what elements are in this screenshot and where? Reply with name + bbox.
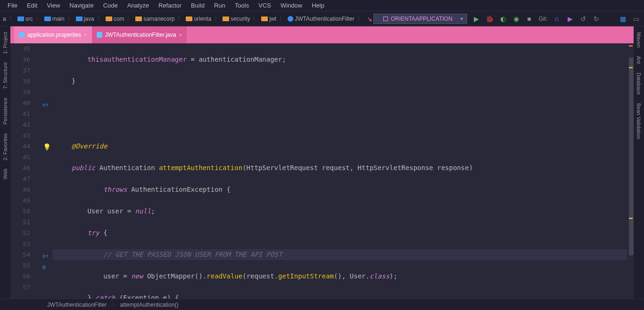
toolbar-actions: ORIENTAAPPLICATION ▶ 🐞 ◐ ◉ ■ Git: ⎌ ▶ ↺ … [373, 14, 644, 24]
menu-file[interactable]: File [4, 1, 21, 10]
git-history-icon[interactable]: ↺ [579, 15, 587, 23]
comment: // GET THE PASSED JSON USER FROM THE API… [103, 251, 282, 258]
menu-analyze[interactable]: Analyze [124, 1, 153, 10]
profile-icon[interactable]: ◉ [512, 15, 520, 23]
bc-src[interactable]: src [17, 16, 33, 22]
git-revert-icon[interactable]: ↻ [593, 15, 600, 23]
override-icon[interactable]: o↑ [42, 99, 49, 110]
git-branch-icon[interactable]: ⎌ [553, 15, 561, 23]
menu-navigate[interactable]: Navigate [66, 1, 97, 10]
statusbar: JWTAuthenticationFilter 〉 attemptAuthent… [0, 299, 644, 310]
warning-marker[interactable] [629, 45, 633, 47]
tool-favorites[interactable]: 2: Favorites [1, 131, 9, 163]
folder-icon [135, 16, 142, 21]
tool-project[interactable]: 1: Project [1, 29, 9, 57]
monitor-icon[interactable]: ▭ [632, 15, 640, 23]
right-tool-strip: Maven Ant Database Bean Validation [634, 26, 644, 299]
code-area[interactable]: thisauthenticationManager = authenticati… [53, 43, 627, 299]
menu-code[interactable]: Code [99, 1, 122, 10]
scrollbar-thumb[interactable] [629, 57, 634, 255]
bc-main[interactable]: main [44, 16, 65, 22]
intention-bulb-icon[interactable]: 💡 [43, 142, 51, 153]
left-tool-strip: 1: Project 7: Structure Persistence 2: F… [0, 26, 10, 299]
folder-icon [44, 16, 51, 21]
grid-icon[interactable]: ▦ [619, 15, 627, 23]
run-config-label: ORIENTAAPPLICATION [391, 16, 453, 22]
override-icon[interactable]: o↑ @ [42, 251, 53, 272]
bc-label: main [52, 16, 65, 22]
status-method[interactable]: attemptAuthentication() [120, 302, 179, 308]
tool-database[interactable]: Database [635, 70, 643, 98]
tab-application-properties[interactable]: application.properties × [14, 26, 92, 43]
bc-label: src [25, 16, 33, 22]
bc-security[interactable]: security [223, 16, 250, 22]
menu-vcs[interactable]: VCS [255, 1, 275, 10]
coverage-icon[interactable]: ◐ [499, 15, 507, 23]
run-config-selector[interactable]: ORIENTAAPPLICATION [373, 14, 467, 24]
menu-help[interactable]: Help [308, 1, 328, 10]
bc-label: jwt [269, 16, 276, 22]
annotation: @Override [72, 142, 107, 150]
menu-run[interactable]: Run [210, 1, 229, 10]
tab-label: JWTAuthenticationFilter.java [105, 32, 176, 38]
bc-jwt[interactable]: jwt [261, 16, 276, 22]
class-icon [288, 16, 293, 22]
git-label: Git: [539, 16, 548, 22]
run-config-icon [383, 16, 388, 21]
bc-label: java [84, 16, 94, 22]
folder-icon [186, 16, 192, 21]
git-push-icon[interactable]: ▶ [566, 15, 574, 23]
editor-tabbar: application.properties × JWTAuthenticati… [10, 26, 634, 43]
menu-refactor[interactable]: Refactor [155, 1, 185, 10]
menubar: File Edit View Navigate Code Analyze Ref… [0, 0, 644, 11]
menu-edit[interactable]: Edit [23, 1, 41, 10]
bc-label: JWTAuthenticationFilter [295, 16, 355, 22]
bc-class[interactable]: JWTAuthenticationFilter [288, 16, 355, 22]
error-stripe[interactable] [627, 43, 634, 299]
bc-label: samanecorp [143, 16, 174, 22]
tool-persistence[interactable]: Persistence [1, 95, 9, 127]
kw-this: this [87, 56, 103, 63]
tab-label: application.properties [27, 32, 81, 38]
bc-label: com [114, 16, 124, 22]
bc-orienta[interactable]: orienta [186, 16, 211, 22]
file-icon [19, 32, 25, 38]
bc-java[interactable]: java [76, 16, 94, 22]
tool-web[interactable]: Web [1, 166, 9, 182]
breadcrumb: a〉 src〉 main〉 java〉 com〉 samanecorp〉 ori… [3, 15, 373, 23]
folder-icon [223, 16, 229, 21]
menu-tools[interactable]: Tools [231, 1, 253, 10]
file-icon [97, 32, 102, 38]
fold-gutter: o↑ 💡 o↑ @ [34, 43, 53, 299]
editor[interactable]: 3536373839404142434445464748495051525354… [10, 43, 634, 299]
bc-samanecorp[interactable]: samanecorp [135, 16, 174, 22]
tool-structure[interactable]: 7: Structure [1, 59, 9, 92]
folder-icon [261, 16, 268, 21]
tool-bean-validation[interactable]: Bean Validation [635, 100, 643, 142]
line-gutter: 3536373839404142434445464748495051525354… [10, 43, 34, 299]
tool-ant[interactable]: Ant [635, 53, 643, 67]
tab-jwt-filter[interactable]: JWTAuthenticationFilter.java × [92, 26, 187, 43]
bc-root[interactable]: a [3, 16, 6, 22]
menu-build[interactable]: Build [187, 1, 208, 10]
nav-method-icon[interactable]: ↘ [366, 15, 373, 23]
menu-view[interactable]: View [43, 1, 64, 10]
stop-icon[interactable]: ■ [526, 15, 533, 23]
close-icon[interactable]: × [179, 32, 182, 38]
run-icon[interactable]: ▶ [473, 15, 480, 23]
folder-icon [106, 16, 112, 21]
tool-maven[interactable]: Maven [635, 29, 643, 50]
status-class[interactable]: JWTAuthenticationFilter [47, 302, 107, 308]
folder-icon [17, 16, 24, 21]
bc-com[interactable]: com [106, 16, 124, 22]
menu-window[interactable]: Window [277, 1, 306, 10]
toolbar: a〉 src〉 main〉 java〉 com〉 samanecorp〉 ori… [0, 11, 644, 26]
close-icon[interactable]: × [84, 32, 87, 38]
folder-icon [76, 16, 83, 21]
debug-icon[interactable]: 🐞 [486, 15, 494, 23]
bc-label: security [231, 16, 250, 22]
bc-label: orienta [194, 16, 211, 22]
